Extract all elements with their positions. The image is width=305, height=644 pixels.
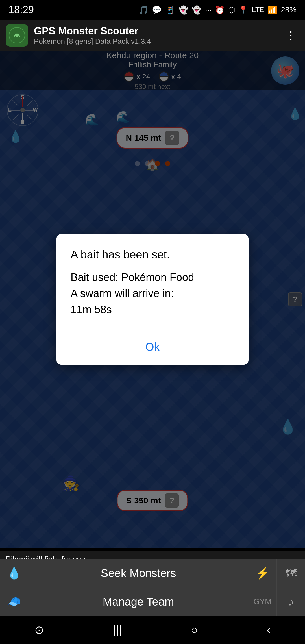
app-subtitle: Pokemon [8 gens] Data Pack v1.3.4 — [34, 37, 282, 46]
manage-team-label: Manage Team — [103, 595, 174, 608]
nav-back-button[interactable]: ‹ — [255, 621, 282, 639]
dialog-actions: Ok — [56, 329, 249, 365]
manage-team-button[interactable]: Manage Team — [28, 588, 249, 616]
water-icon: 💧 — [7, 567, 21, 580]
app-logo-icon — [8, 27, 25, 44]
dialog: A bait has been set. Bait used: Pokémon … — [56, 234, 249, 365]
manage-right2-btn[interactable]: ♪ — [277, 588, 305, 616]
signal-icon: 📶 — [267, 5, 277, 15]
system-nav: ⊙ ||| ○ ‹ — [0, 616, 305, 644]
manage-left-btn[interactable]: 🧢 — [0, 588, 28, 616]
nav-back-icon: ‹ — [267, 624, 270, 636]
pikachu-icon: ⚡ — [256, 567, 270, 580]
bottom-buttons: 💧 Seek Monsters ⚡ 🗺 🧢 Manage Team GYM ♪ — [0, 559, 305, 616]
nav-home-button[interactable]: ⊙ — [23, 621, 55, 639]
spotify-icon: 🎵 — [139, 5, 149, 15]
dialog-overlay: A bait has been set. Bait used: Pokémon … — [0, 51, 305, 548]
music-icon: ♪ — [288, 595, 294, 608]
app-title-block: GPS Monster Scouter Pokemon [8 gens] Dat… — [34, 25, 282, 46]
dialog-body: A bait has been set. Bait used: Pokémon … — [56, 234, 249, 329]
header-menu-button[interactable]: ⋮ — [282, 26, 299, 45]
status-icons: 🎵 💬 📱 👻 👻 ··· ⏰ ⬡ 📍 LTE 📶 28% — [139, 5, 297, 15]
svg-point-1 — [15, 34, 19, 37]
manage-team-row: 🧢 Manage Team GYM ♪ — [0, 588, 305, 616]
location-icon: 📍 — [238, 5, 248, 15]
status-bar: 18:29 🎵 💬 📱 👻 👻 ··· ⏰ ⬡ 📍 LTE 📶 28% — [0, 0, 305, 20]
app-title: GPS Monster Scouter — [34, 25, 282, 37]
nav-circle-icon: ○ — [191, 624, 198, 636]
dialog-message: Bait used: Pokémon Food A swarm will arr… — [71, 269, 234, 318]
seek-left-btn[interactable]: 💧 — [0, 559, 28, 588]
snapchat2-icon: 👻 — [192, 5, 202, 15]
alarm-icon: ⏰ — [215, 5, 225, 15]
seek-monsters-button[interactable]: Seek Monsters — [28, 559, 249, 588]
message-icon: 💬 — [152, 5, 162, 15]
trainer-icon: 🧢 — [7, 595, 21, 608]
bluetooth-icon: ⬡ — [228, 5, 235, 15]
seek-monsters-label: Seek Monsters — [101, 567, 176, 580]
seek-right1-btn[interactable]: ⚡ — [249, 559, 277, 588]
nav-home-icon: ⊙ — [34, 623, 44, 636]
seek-monsters-row: 💧 Seek Monsters ⚡ 🗺 — [0, 559, 305, 588]
seek-right2-btn[interactable]: 🗺 — [277, 559, 305, 588]
gym-icon: GYM — [254, 597, 272, 606]
lte-icon: LTE — [252, 6, 264, 14]
dialog-title: A bait has been set. — [71, 248, 234, 261]
manage-right1-btn[interactable]: GYM — [249, 588, 277, 616]
status-time: 18:29 — [8, 4, 34, 16]
nav-recent-icon: ||| — [113, 624, 122, 636]
app-header: GPS Monster Scouter Pokemon [8 gens] Dat… — [0, 20, 305, 51]
snapchat-icon: 👻 — [178, 5, 188, 15]
more-icon: ··· — [205, 5, 212, 14]
nav-recent-button[interactable]: ||| — [102, 621, 133, 639]
whatsapp-icon: 📱 — [165, 5, 175, 15]
battery-icon: 28% — [281, 5, 297, 14]
nav-circle-button[interactable]: ○ — [180, 621, 209, 639]
app-icon — [6, 24, 28, 47]
dialog-ok-button[interactable]: Ok — [128, 335, 177, 359]
map-icon: 🗺 — [286, 567, 297, 580]
